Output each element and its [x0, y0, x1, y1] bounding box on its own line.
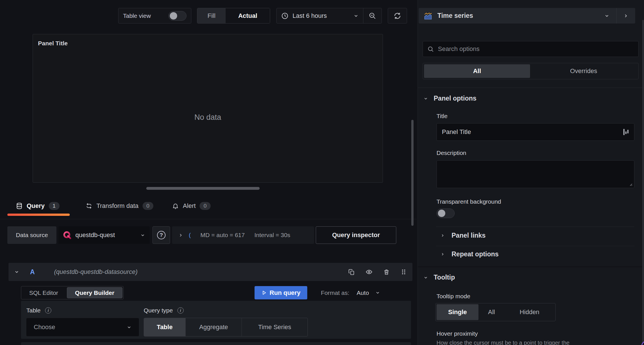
format-as-label: Format as:: [321, 289, 349, 296]
query-ref-id: A: [30, 268, 35, 276]
query-type-table[interactable]: Table: [144, 318, 185, 336]
toggle-knob: [170, 12, 177, 20]
chevron-down-icon: [604, 13, 609, 18]
panel-options-title: Panel options: [434, 95, 476, 102]
main-vertical-scrollbar[interactable]: [411, 120, 414, 226]
sidebar-scrollbar[interactable]: [642, 20, 644, 345]
description-textarea[interactable]: [437, 161, 634, 188]
sql-editor-option[interactable]: SQL Editor: [21, 286, 66, 299]
filter-tab-all[interactable]: All: [424, 64, 530, 78]
query-options-paren: (: [189, 232, 191, 238]
chevron-down-icon: [423, 96, 428, 101]
panel-options-header[interactable]: Panel options: [423, 95, 476, 102]
datasource-picker[interactable]: questdb-quest: [58, 226, 150, 244]
zoom-out-button[interactable]: [363, 12, 382, 20]
tabbar-divider: [0, 219, 417, 219]
panel-title-input[interactable]: [442, 128, 619, 136]
fill-actual-group: Fill Actual: [197, 8, 270, 24]
visualization-picker[interactable]: Time series: [419, 8, 635, 24]
chevron-right-icon: [440, 233, 445, 238]
tooltip-mode-label: Tooltip mode: [437, 293, 470, 300]
copy-icon[interactable]: [348, 269, 355, 275]
info-icon: i: [45, 307, 51, 314]
search-icon: [427, 46, 434, 52]
next-form-section: [21, 342, 411, 345]
repeat-options-section[interactable]: Repeat options: [440, 250, 499, 258]
tooltip-section-header[interactable]: Tooltip: [423, 274, 455, 281]
table-view-label: Table view: [123, 12, 151, 19]
table-view-control: Table view: [118, 8, 191, 24]
hover-proximity-label: Hover proximity: [437, 330, 478, 337]
description-field[interactable]: [437, 160, 634, 188]
time-range-picker[interactable]: Last 6 hours: [277, 12, 363, 20]
format-as-control: Format as: Auto: [321, 286, 380, 299]
clock-icon: [281, 12, 289, 20]
sidebar-divider: [418, 88, 644, 88]
tab-query-label: Query: [27, 202, 45, 210]
query-type-group: Table Aggregate Time Series: [144, 318, 308, 337]
refresh-button[interactable]: [388, 8, 407, 24]
query-type-timeseries[interactable]: Time Series: [242, 318, 308, 336]
query-options-row[interactable]: ( MD = auto = 617 Interval = 30s: [172, 226, 314, 244]
panel-title-field[interactable]: [437, 123, 634, 141]
chevron-down-icon[interactable]: [14, 269, 19, 274]
time-range-control: Last 6 hours: [276, 8, 382, 24]
chevron-down-icon: [353, 13, 359, 18]
chevron-right-icon: [440, 252, 445, 256]
trash-icon[interactable]: [383, 269, 390, 275]
collapse-options-button[interactable]: [617, 8, 635, 24]
interval-value: Interval = 30s: [254, 232, 290, 238]
tooltip-mode-single[interactable]: Single: [437, 304, 478, 320]
tab-alert[interactable]: Alert 0: [172, 202, 211, 210]
actual-option[interactable]: Actual: [226, 8, 270, 23]
hover-proximity-help: How close the cursor must be to a point …: [437, 340, 635, 345]
grafana-panel-editor: Table view Fill Actual Last 6 hours: [0, 0, 644, 345]
resize-handle-icon[interactable]: [628, 182, 633, 186]
eye-icon[interactable]: [366, 269, 372, 275]
panel-links-section[interactable]: Panel links: [440, 232, 486, 239]
table-select[interactable]: Choose: [26, 318, 139, 336]
tab-transform[interactable]: Transform data 0: [86, 202, 153, 210]
query-inspector-button[interactable]: Query inspector: [316, 226, 396, 244]
query-type-aggregate[interactable]: Aggregate: [185, 318, 242, 336]
options-search-input[interactable]: [438, 45, 634, 53]
transparent-bg-label: Transparent background: [437, 198, 501, 205]
repeat-options-label: Repeat options: [452, 250, 499, 258]
description-field-label: Description: [437, 150, 466, 156]
options-sidebar: Time series All Overrides: [418, 0, 644, 345]
query-builder-form: Table i Query type i Choose Table Aggreg…: [21, 301, 411, 339]
active-tab-underline: [7, 214, 70, 216]
panel-preview: Panel Title No data: [33, 34, 383, 183]
drag-handle-icon[interactable]: [401, 269, 407, 275]
tooltip-mode-all[interactable]: All: [478, 304, 505, 320]
panel-title-text[interactable]: Panel Title: [38, 40, 68, 47]
chevron-down-icon: [140, 233, 145, 238]
section-divider: [418, 267, 644, 267]
transparent-bg-toggle[interactable]: [437, 208, 455, 218]
format-as-select[interactable]: Auto: [357, 289, 380, 296]
tab-alert-label: Alert: [183, 202, 196, 210]
tooltip-mode-hidden[interactable]: Hidden: [505, 304, 554, 320]
datasource-help-button[interactable]: ?: [152, 226, 170, 244]
query-builder-option[interactable]: Query Builder: [67, 287, 122, 298]
horizontal-scrollbar[interactable]: [146, 187, 260, 190]
panel-links-label: Panel links: [452, 232, 486, 239]
options-search[interactable]: [423, 41, 639, 57]
play-icon: [261, 290, 267, 295]
table-view-toggle[interactable]: [168, 11, 187, 21]
fill-option[interactable]: Fill: [197, 8, 226, 23]
chevron-down-icon: [423, 275, 428, 280]
format-as-value: Auto: [357, 289, 369, 296]
editor-tabs: Query 1 Transform data 0 Alert 0: [9, 198, 211, 214]
info-icon: i: [177, 307, 184, 314]
query-a-header[interactable]: A (questdb-questdb-datasource): [9, 263, 412, 281]
editor-mode-group: SQL Editor Query Builder: [21, 286, 124, 299]
suggestions-icon[interactable]: [623, 128, 629, 136]
run-query-button[interactable]: Run query: [255, 286, 307, 299]
zoom-out-icon: [369, 12, 376, 20]
tab-query[interactable]: Query 1: [9, 198, 67, 214]
datasource-label: Data source: [7, 226, 56, 244]
sidebar-divider: [436, 246, 634, 246]
time-range-label: Last 6 hours: [293, 12, 327, 20]
filter-tab-overrides[interactable]: Overrides: [530, 64, 637, 78]
